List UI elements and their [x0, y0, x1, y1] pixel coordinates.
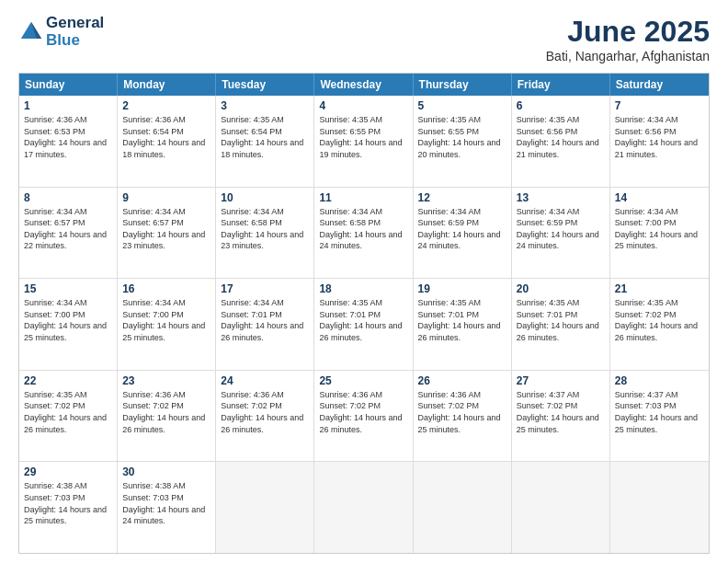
day-cell-30: 30Sunrise: 4:38 AMSunset: 7:03 PMDayligh…: [118, 462, 216, 553]
cell-info-5: Sunrise: 4:35 AMSunset: 6:55 PMDaylight:…: [418, 114, 506, 160]
logo-icon: [18, 19, 44, 45]
cell-info-10: Sunrise: 4:34 AMSunset: 6:58 PMDaylight:…: [221, 206, 309, 252]
day-cell-19: 19Sunrise: 4:35 AMSunset: 7:01 PMDayligh…: [414, 279, 512, 370]
cell-info-18: Sunrise: 4:35 AMSunset: 7:01 PMDaylight:…: [319, 297, 407, 343]
header-monday: Monday: [118, 74, 216, 96]
day-cell-10: 10Sunrise: 4:34 AMSunset: 6:58 PMDayligh…: [216, 188, 314, 279]
cell-info-19: Sunrise: 4:35 AMSunset: 7:01 PMDaylight:…: [418, 297, 506, 343]
day-number-30: 30: [122, 465, 210, 478]
day-number-13: 13: [517, 191, 605, 204]
day-number-1: 1: [24, 99, 112, 112]
day-cell-9: 9Sunrise: 4:34 AMSunset: 6:57 PMDaylight…: [118, 188, 216, 279]
header-tuesday: Tuesday: [216, 74, 314, 96]
day-cell-15: 15Sunrise: 4:34 AMSunset: 7:00 PMDayligh…: [19, 279, 118, 370]
cell-info-14: Sunrise: 4:34 AMSunset: 7:00 PMDaylight:…: [615, 206, 704, 252]
day-number-27: 27: [517, 374, 605, 387]
day-number-2: 2: [122, 99, 210, 112]
cell-info-7: Sunrise: 4:34 AMSunset: 6:56 PMDaylight:…: [615, 114, 704, 160]
cell-info-23: Sunrise: 4:36 AMSunset: 7:02 PMDaylight:…: [122, 389, 210, 435]
week-row-4: 29Sunrise: 4:38 AMSunset: 7:03 PMDayligh…: [19, 461, 709, 553]
day-cell-18: 18Sunrise: 4:35 AMSunset: 7:01 PMDayligh…: [314, 279, 413, 370]
cell-info-15: Sunrise: 4:34 AMSunset: 7:00 PMDaylight:…: [24, 297, 112, 343]
title-block: June 2025 Bati, Nangarhar, Afghanistan: [546, 15, 710, 63]
day-number-18: 18: [319, 282, 407, 295]
header-wednesday: Wednesday: [314, 74, 413, 96]
day-cell-27: 27Sunrise: 4:37 AMSunset: 7:02 PMDayligh…: [512, 371, 610, 462]
empty-cell-w4-d4: [414, 462, 512, 553]
day-number-29: 29: [24, 465, 112, 478]
cell-info-11: Sunrise: 4:34 AMSunset: 6:58 PMDaylight:…: [319, 206, 407, 252]
cell-info-9: Sunrise: 4:34 AMSunset: 6:57 PMDaylight:…: [122, 206, 210, 252]
day-number-7: 7: [615, 99, 704, 112]
day-number-19: 19: [418, 282, 506, 295]
day-number-6: 6: [517, 99, 605, 112]
calendar-body: 1Sunrise: 4:36 AMSunset: 6:53 PMDaylight…: [19, 96, 709, 553]
empty-cell-w4-d2: [216, 462, 314, 553]
day-cell-24: 24Sunrise: 4:36 AMSunset: 7:02 PMDayligh…: [216, 371, 314, 462]
header-friday: Friday: [512, 74, 610, 96]
cell-info-25: Sunrise: 4:36 AMSunset: 7:02 PMDaylight:…: [319, 389, 407, 435]
cell-info-4: Sunrise: 4:35 AMSunset: 6:55 PMDaylight:…: [319, 114, 407, 160]
cell-info-26: Sunrise: 4:36 AMSunset: 7:02 PMDaylight:…: [418, 389, 506, 435]
logo-general: General: [46, 15, 104, 32]
cell-info-12: Sunrise: 4:34 AMSunset: 6:59 PMDaylight:…: [418, 206, 506, 252]
day-number-26: 26: [418, 374, 506, 387]
day-number-15: 15: [24, 282, 112, 295]
day-cell-21: 21Sunrise: 4:35 AMSunset: 7:02 PMDayligh…: [610, 279, 709, 370]
day-cell-3: 3Sunrise: 4:35 AMSunset: 6:54 PMDaylight…: [216, 96, 314, 187]
day-number-4: 4: [319, 99, 407, 112]
day-cell-23: 23Sunrise: 4:36 AMSunset: 7:02 PMDayligh…: [118, 371, 216, 462]
day-number-20: 20: [517, 282, 605, 295]
header-saturday: Saturday: [610, 74, 709, 96]
empty-cell-w4-d5: [512, 462, 610, 553]
day-cell-7: 7Sunrise: 4:34 AMSunset: 6:56 PMDaylight…: [610, 96, 709, 187]
day-cell-14: 14Sunrise: 4:34 AMSunset: 7:00 PMDayligh…: [610, 188, 709, 279]
day-cell-25: 25Sunrise: 4:36 AMSunset: 7:02 PMDayligh…: [314, 371, 413, 462]
cell-info-8: Sunrise: 4:34 AMSunset: 6:57 PMDaylight:…: [24, 206, 112, 252]
day-number-24: 24: [221, 374, 309, 387]
day-number-12: 12: [418, 191, 506, 204]
day-number-22: 22: [24, 374, 112, 387]
cell-info-29: Sunrise: 4:38 AMSunset: 7:03 PMDaylight:…: [24, 480, 112, 526]
cell-info-21: Sunrise: 4:35 AMSunset: 7:02 PMDaylight:…: [615, 297, 704, 343]
calendar: Sunday Monday Tuesday Wednesday Thursday…: [18, 73, 710, 554]
week-row-2: 15Sunrise: 4:34 AMSunset: 7:00 PMDayligh…: [19, 278, 709, 370]
day-cell-28: 28Sunrise: 4:37 AMSunset: 7:03 PMDayligh…: [610, 371, 709, 462]
day-cell-8: 8Sunrise: 4:34 AMSunset: 6:57 PMDaylight…: [19, 188, 118, 279]
empty-cell-w4-d6: [610, 462, 709, 553]
cell-info-30: Sunrise: 4:38 AMSunset: 7:03 PMDaylight:…: [122, 480, 210, 526]
day-number-14: 14: [615, 191, 704, 204]
day-number-25: 25: [319, 374, 407, 387]
day-cell-17: 17Sunrise: 4:34 AMSunset: 7:01 PMDayligh…: [216, 279, 314, 370]
page: General Blue June 2025 Bati, Nangarhar, …: [0, 0, 728, 563]
cell-info-6: Sunrise: 4:35 AMSunset: 6:56 PMDaylight:…: [517, 114, 605, 160]
day-number-16: 16: [122, 282, 210, 295]
day-cell-5: 5Sunrise: 4:35 AMSunset: 6:55 PMDaylight…: [414, 96, 512, 187]
day-cell-6: 6Sunrise: 4:35 AMSunset: 6:56 PMDaylight…: [512, 96, 610, 187]
day-cell-12: 12Sunrise: 4:34 AMSunset: 6:59 PMDayligh…: [414, 188, 512, 279]
cell-info-3: Sunrise: 4:35 AMSunset: 6:54 PMDaylight:…: [221, 114, 309, 160]
day-number-8: 8: [24, 191, 112, 204]
day-cell-29: 29Sunrise: 4:38 AMSunset: 7:03 PMDayligh…: [19, 462, 118, 553]
cell-info-17: Sunrise: 4:34 AMSunset: 7:01 PMDaylight:…: [221, 297, 309, 343]
empty-cell-w4-d3: [314, 462, 413, 553]
cell-info-22: Sunrise: 4:35 AMSunset: 7:02 PMDaylight:…: [24, 389, 112, 435]
day-number-11: 11: [319, 191, 407, 204]
calendar-header: Sunday Monday Tuesday Wednesday Thursday…: [19, 74, 709, 96]
cell-info-20: Sunrise: 4:35 AMSunset: 7:01 PMDaylight:…: [517, 297, 605, 343]
cell-info-1: Sunrise: 4:36 AMSunset: 6:53 PMDaylight:…: [24, 114, 112, 160]
logo-blue: Blue: [46, 32, 104, 50]
day-cell-16: 16Sunrise: 4:34 AMSunset: 7:00 PMDayligh…: [118, 279, 216, 370]
cell-info-24: Sunrise: 4:36 AMSunset: 7:02 PMDaylight:…: [221, 389, 309, 435]
header-thursday: Thursday: [414, 74, 512, 96]
day-number-23: 23: [122, 374, 210, 387]
cell-info-16: Sunrise: 4:34 AMSunset: 7:00 PMDaylight:…: [122, 297, 210, 343]
day-number-3: 3: [221, 99, 309, 112]
logo: General Blue: [18, 15, 104, 49]
month-title: June 2025: [546, 15, 710, 49]
day-cell-1: 1Sunrise: 4:36 AMSunset: 6:53 PMDaylight…: [19, 96, 118, 187]
day-cell-2: 2Sunrise: 4:36 AMSunset: 6:54 PMDaylight…: [118, 96, 216, 187]
cell-info-27: Sunrise: 4:37 AMSunset: 7:02 PMDaylight:…: [517, 389, 605, 435]
header-sunday: Sunday: [19, 74, 118, 96]
day-cell-13: 13Sunrise: 4:34 AMSunset: 6:59 PMDayligh…: [512, 188, 610, 279]
